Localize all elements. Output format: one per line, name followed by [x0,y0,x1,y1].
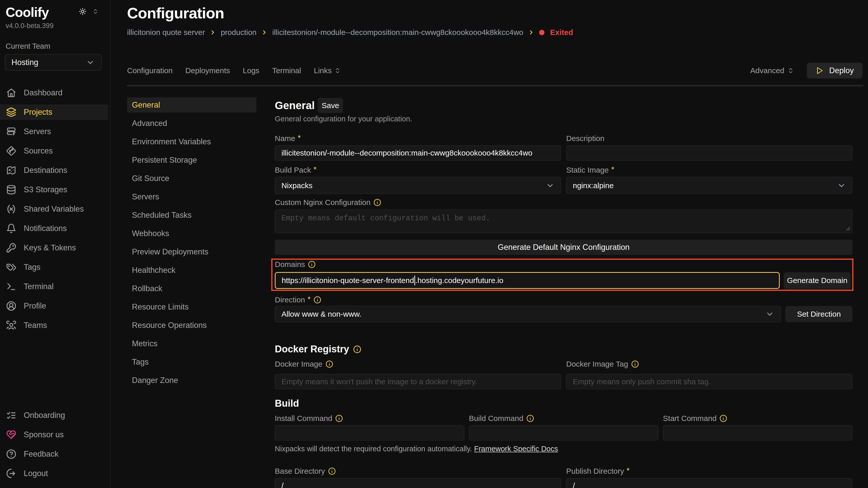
sidebar-item-logout[interactable]: Logout [0,466,111,481]
required-asterisk: * [298,133,301,142]
app-logo: Coolify [6,6,49,19]
sidebar-item-onboarding[interactable]: Onboarding [0,408,111,423]
user-icon [6,301,16,311]
build-command-input[interactable] [469,425,658,441]
deploy-button[interactable]: Deploy [807,63,862,78]
sidebar: Coolify v4.0.0-beta.399 Current Team Hos… [0,0,111,488]
resize-grip-icon[interactable] [845,226,850,231]
direction-select[interactable]: Allow www & non-www. [275,306,781,322]
sidebar-item-servers[interactable]: Servers [0,124,111,139]
publish-directory-input[interactable]: / [566,478,852,488]
build-pack-select[interactable]: Nixpacks [275,177,561,194]
subnav-item-scheduled-tasks[interactable]: Scheduled Tasks [127,207,256,223]
section-subtitle: General configuration for your applicati… [275,115,852,123]
chevrons-up-down-icon [334,67,341,74]
sidebar-item-feedback[interactable]: Feedback [0,447,111,462]
subnav-item-webhooks[interactable]: Webhooks [127,226,256,241]
tab-links[interactable]: Links [314,66,341,75]
tab-configuration[interactable]: Configuration [127,66,173,75]
info-icon [374,199,381,206]
breadcrumb-item[interactable]: illicitestonion/-module--decomposition:m… [272,28,523,37]
sidebar-item-s3-storages[interactable]: S3 Storages [0,182,111,197]
tab-label: Logs [243,66,259,75]
sidebar-item-projects[interactable]: Projects [0,104,108,120]
subnav-item-persistent-storage[interactable]: Persistent Storage [127,153,256,167]
tab-terminal[interactable]: Terminal [272,66,301,75]
generate-nginx-button[interactable]: Generate Default Nginx Configuration [275,240,852,255]
subnav-item-healthcheck[interactable]: Healthcheck [127,263,256,278]
tab-label: Links [314,66,332,75]
domains-input[interactable]: https://illicitonion-quote-server-fronte… [275,272,780,289]
sidebar-item-label: Keys & Tokens [24,243,76,252]
sidebar-item-teams[interactable]: Teams [0,318,111,333]
info-icon [335,415,343,422]
tab-label: Terminal [272,66,301,75]
theme-chevrons-icon[interactable] [92,8,98,14]
name-input[interactable]: illicitestonion/-module--decomposition:m… [275,145,561,161]
breadcrumb-item[interactable]: production [221,28,256,37]
heart-handshake-icon [6,430,16,440]
sidebar-item-dashboard[interactable]: Dashboard [0,85,111,100]
tab-deployments[interactable]: Deployments [185,66,230,75]
static-image-select[interactable]: nginx:alpine [566,177,852,194]
terminal-icon [6,282,16,292]
sidebar-item-label: Sources [24,147,53,156]
sidebar-item-notifications[interactable]: Notifications [0,221,111,236]
sidebar-item-terminal[interactable]: Terminal [0,279,111,294]
nixpacks-note: Nixpacks will detect the required config… [275,445,852,453]
home-icon [6,88,16,98]
subnav-item-danger-zone[interactable]: Danger Zone [127,373,256,388]
subnav-item-metrics[interactable]: Metrics [127,336,256,351]
sidebar-item-destinations[interactable]: Destinations [0,163,111,178]
app-version: v4.0.0-beta.399 [0,19,110,30]
description-label: Description [566,134,852,143]
install-command-input[interactable] [275,425,464,441]
sidebar-item-sources[interactable]: Sources [0,143,111,159]
name-label: Name* [275,134,561,143]
main: Configuration illicitonion quote serverp… [111,0,868,488]
tab-logs[interactable]: Logs [243,66,259,75]
team-select-value: Hosting [11,58,38,67]
subnav-item-resource-operations[interactable]: Resource Operations [127,318,256,333]
subnav-item-servers[interactable]: Servers [127,189,256,204]
section-heading-general: General [275,99,315,112]
tabbar-divider [127,85,863,87]
subnav-item-git-source[interactable]: Git Source [127,171,256,186]
sidebar-item-tags[interactable]: Tags [0,260,111,275]
required-asterisk: * [307,295,311,303]
save-button[interactable]: Save [318,98,343,113]
subnav-item-advanced[interactable]: Advanced [127,116,256,131]
generate-domain-button[interactable]: Generate Domain [784,272,851,289]
sidebar-item-shared-variables[interactable]: Shared Variables [0,201,111,217]
chevron-down-icon [86,58,95,67]
base-directory-input[interactable]: / [275,478,561,488]
database-icon [6,185,16,195]
subnav-item-tags[interactable]: Tags [127,354,256,369]
advanced-toggle[interactable]: Advanced [750,66,794,75]
docker-image-input[interactable]: Empty means it won't push the image to a… [275,374,561,389]
sidebar-item-label: Projects [24,107,52,117]
breadcrumb-item[interactable]: illicitonion quote server [127,28,205,37]
build-heading: Build [275,398,852,409]
key-icon [6,243,16,253]
docker-image-tag-input[interactable]: Empty means only push commit sha tag. [566,374,852,389]
subnav-item-rollback[interactable]: Rollback [127,281,256,296]
custom-nginx-textarea[interactable]: Empty means default configuration will b… [275,209,852,233]
docker-image-tag-label: Docker Image Tag [566,359,852,369]
subnav-item-environment-variables[interactable]: Environment Variables [127,134,256,149]
sidebar-item-keys-tokens[interactable]: Keys & Tokens [0,240,111,256]
set-direction-button[interactable]: Set Direction [785,306,852,322]
theme-sun-icon[interactable] [79,8,87,15]
subnav-item-resource-limits[interactable]: Resource Limits [127,299,256,314]
team-select[interactable]: Hosting [5,54,102,71]
sidebar-item-sponsor[interactable]: Sponsor us [0,427,111,442]
breadcrumb-chevron-icon [528,29,534,36]
start-command-input[interactable] [663,425,852,441]
sidebar-item-profile[interactable]: Profile [0,298,111,314]
info-icon [314,296,321,304]
sidebar-item-label: Feedback [24,450,58,459]
framework-docs-link[interactable]: Framework Specific Docs [474,445,558,453]
subnav-item-general[interactable]: General [127,97,256,112]
subnav-item-preview-deployments[interactable]: Preview Deployments [127,244,256,259]
description-input[interactable] [566,145,852,161]
